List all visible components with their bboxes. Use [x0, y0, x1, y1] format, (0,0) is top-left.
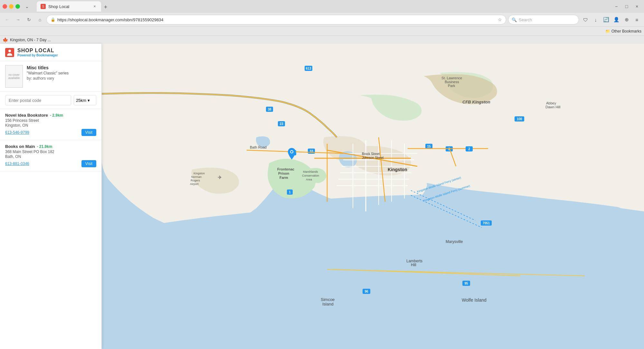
powered-by-prefix: Powered by: [17, 53, 35, 57]
svg-text:Park: Park: [448, 84, 455, 88]
sidebar: SHOP LOCAL Powered by Bookmanager no cov…: [0, 44, 102, 349]
book-cover-line1: no cover: [8, 73, 20, 76]
forward-button[interactable]: →: [14, 15, 23, 24]
distance-select[interactable]: 25km ▾: [74, 95, 96, 105]
store-city: Bath, ON: [5, 154, 96, 159]
svg-text:7051: 7051: [483, 221, 490, 225]
svg-text:St. Lawrence: St. Lawrence: [441, 76, 462, 80]
store-list: Novel Idea Bookstore - 2.9km 156 Princes…: [0, 109, 101, 349]
active-tab[interactable]: S Shop Local ×: [37, 1, 101, 12]
svg-text:95: 95: [464, 282, 468, 285]
toolbar-icons: 🛡 ↓ 🔄 👤 ⊕ ≡: [581, 15, 641, 24]
svg-text:2: 2: [468, 147, 470, 151]
svg-text:23: 23: [279, 122, 283, 126]
chevron-down-icon: ▾: [88, 98, 90, 103]
svg-text:Farm: Farm: [279, 176, 288, 179]
svg-text:Bath Road: Bath Road: [250, 145, 267, 149]
svg-text:Airport: Airport: [190, 182, 199, 186]
tab-close-button[interactable]: ×: [92, 4, 97, 9]
window-close-button[interactable]: [3, 4, 7, 9]
shop-local-logo: [5, 48, 14, 57]
svg-text:Brock Street: Brock Street: [362, 152, 380, 156]
map-area[interactable]: 15 2 33 6 38 23 1 96 95: [102, 44, 644, 349]
window-maximize-button[interactable]: [15, 4, 20, 9]
svg-text:Area: Area: [306, 178, 312, 181]
store-distance: - 2.9km: [50, 113, 63, 118]
tab-favicon: S: [41, 4, 46, 9]
menu-icon[interactable]: ≡: [632, 15, 641, 24]
book-series: "Walmart Classic" series: [27, 71, 96, 75]
postal-code-input[interactable]: [5, 95, 71, 105]
svg-text:Frontenac: Frontenac: [277, 167, 294, 171]
bookmark-star-icon[interactable]: ☆: [498, 17, 502, 22]
svg-text:Dawn Hill: Dawn Hill: [545, 105, 560, 109]
url-bar[interactable]: 🔒 https://shoplocal.bookmanager.com/isbn…: [46, 15, 506, 24]
svg-text:Conservation: Conservation: [302, 174, 319, 177]
reload-button[interactable]: ↻: [24, 15, 33, 24]
extensions-icon[interactable]: ⊕: [622, 15, 631, 24]
svg-text:Hill: Hill: [411, 263, 416, 267]
tab-dropdown-button[interactable]: ⌄: [23, 2, 32, 11]
window-minimize-button[interactable]: [9, 4, 14, 9]
header-text: SHOP LOCAL Powered by Bookmanager: [17, 48, 58, 57]
location-bar: 🍁 Kingston, ON - 7 Day ...: [0, 35, 644, 44]
search-placeholder: Search: [519, 17, 532, 22]
minimize-window-button[interactable]: −: [612, 2, 621, 11]
store-name: Novel Idea Bookstore: [5, 113, 48, 118]
svg-text:Marysville: Marysville: [446, 239, 463, 244]
window-right-controls: − □ ×: [612, 2, 641, 11]
visit-button[interactable]: Visit: [81, 129, 96, 136]
other-bookmarks-label: Other Bookmarks: [611, 29, 641, 34]
shield-icon[interactable]: 🛡: [581, 15, 590, 24]
book-info: no cover available Misc titles "Walmart …: [0, 61, 101, 92]
back-button[interactable]: ←: [3, 15, 12, 24]
store-name-row: Novel Idea Bookstore - 2.9km: [5, 113, 96, 118]
store-phone[interactable]: 613-546-9799: [5, 130, 29, 135]
new-tab-button[interactable]: +: [101, 3, 110, 12]
folder-icon: 📁: [605, 29, 610, 34]
url-text: https://shoplocal.bookmanager.com/isbn/9…: [57, 17, 496, 22]
svg-text:Norman: Norman: [191, 175, 202, 179]
book-details: Misc titles "Walmart Classic" series by:…: [27, 65, 96, 88]
book-cover: no cover available: [5, 65, 23, 88]
store-city: Kingston, ON: [5, 123, 96, 128]
svg-text:Johnson Street: Johnson Street: [362, 156, 384, 160]
shop-local-title: SHOP LOCAL: [17, 48, 58, 53]
store-item: Novel Idea Bookstore - 2.9km 156 Princes…: [0, 109, 101, 140]
close-window-button[interactable]: ×: [632, 2, 641, 11]
store-phone[interactable]: 613-881-0346: [5, 161, 29, 166]
svg-text:15: 15: [427, 145, 431, 148]
account-icon[interactable]: 👤: [612, 15, 621, 24]
store-name: Books on Main: [5, 144, 35, 149]
security-lock-icon: 🔒: [51, 17, 55, 22]
location-text: Kingston, ON - 7 Day ...: [10, 38, 51, 42]
search-bar[interactable]: 🔍 Search: [508, 15, 579, 24]
map-svg: 15 2 33 6 38 23 1 96 95: [102, 44, 644, 349]
svg-text:CFB Kingston: CFB Kingston: [462, 100, 490, 104]
svg-text:Rogers: Rogers: [191, 179, 200, 182]
main-content: SHOP LOCAL Powered by Bookmanager no cov…: [0, 44, 644, 349]
svg-text:1: 1: [289, 190, 291, 194]
other-bookmarks[interactable]: 📁 Other Bookmarks: [605, 29, 641, 34]
svg-text:Marshlands: Marshlands: [303, 170, 318, 173]
store-name-row: Books on Main - 21.9km: [5, 144, 96, 149]
visit-button[interactable]: Visit: [81, 160, 96, 167]
store-address: 368 Main Street PO Box 182: [5, 150, 96, 154]
svg-text:Kingston: Kingston: [388, 167, 407, 172]
svg-point-81: [291, 151, 293, 153]
map-location-pin[interactable]: [288, 148, 296, 158]
svg-text:Business: Business: [445, 80, 459, 84]
title-bar: ⌄ S Shop Local × + − □ ×: [0, 0, 644, 13]
bookmarks-bar: 📁 Other Bookmarks: [0, 26, 644, 35]
window-controls: [3, 4, 20, 9]
svg-text:✈: ✈: [218, 175, 222, 180]
restore-window-button[interactable]: □: [622, 2, 631, 11]
home-button[interactable]: ⌂: [35, 15, 44, 24]
svg-text:100: 100: [517, 117, 522, 121]
download-icon[interactable]: ↓: [591, 15, 600, 24]
sync-icon[interactable]: 🔄: [601, 15, 611, 24]
svg-point-1: [8, 50, 11, 52]
search-row: 25km ▾: [0, 92, 101, 109]
svg-text:96: 96: [365, 290, 368, 293]
browser-chrome: ⌄ S Shop Local × + − □ × ← → ↻ ⌂ 🔒 https…: [0, 0, 644, 44]
